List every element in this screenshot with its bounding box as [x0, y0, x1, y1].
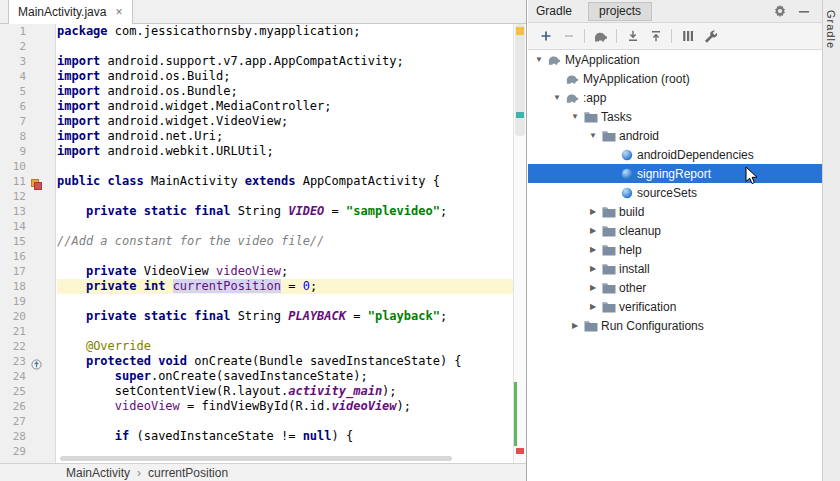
tree-item-cleanup[interactable]: ▶cleanup — [528, 221, 822, 240]
code-line[interactable]: private VideoView videoView; — [57, 264, 513, 279]
collapsed-arrow-icon[interactable]: ▶ — [586, 207, 600, 216]
code-line[interactable] — [57, 324, 513, 339]
code-line[interactable]: setContentView(R.layout.activity_main); — [57, 384, 513, 399]
tree-item-install[interactable]: ▶install — [528, 259, 822, 278]
code-line[interactable]: protected void onCreate(Bundle savedInst… — [57, 354, 513, 369]
tree-item-tasks[interactable]: ▼Tasks — [528, 107, 822, 126]
gear-icon[interactable] — [770, 2, 790, 20]
task-icon — [618, 187, 635, 199]
collapsed-arrow-icon[interactable]: ▶ — [586, 226, 600, 235]
tree-item-app[interactable]: ▼:app — [528, 88, 822, 107]
expanded-arrow-icon[interactable]: ▼ — [586, 131, 600, 140]
class-marker-icon[interactable] — [31, 176, 42, 187]
collapsed-arrow-icon[interactable]: ▶ — [586, 264, 600, 273]
breadcrumb-item-member[interactable]: currentPosition — [148, 466, 228, 480]
line-number: 3 — [0, 54, 26, 69]
tree-item-androiddependencies[interactable]: androidDependencies — [528, 145, 822, 164]
code-line[interactable] — [57, 219, 513, 234]
code-line[interactable]: private int currentPosition = 0; — [57, 279, 513, 294]
gutter-row: 20 — [0, 309, 55, 324]
tree-item-run-configurations[interactable]: ▶Run Configurations — [528, 316, 822, 335]
code-line[interactable] — [57, 189, 513, 204]
gradle-icon — [564, 92, 581, 104]
breadcrumb-item-class[interactable]: MainActivity — [66, 466, 130, 480]
wrench-icon[interactable] — [699, 26, 722, 47]
tree-item-android[interactable]: ▼android — [528, 126, 822, 145]
collapsed-arrow-icon[interactable]: ▶ — [568, 321, 582, 330]
code-line[interactable]: import android.webkit.URLUtil; — [57, 144, 513, 159]
minimize-icon[interactable] — [794, 2, 814, 20]
overriding-method-icon[interactable] — [31, 356, 42, 367]
collapsed-arrow-icon[interactable]: ▶ — [586, 245, 600, 254]
collapsed-arrow-icon[interactable]: ▶ — [586, 283, 600, 292]
code-line[interactable]: public class MainActivity extends AppCom… — [57, 174, 513, 189]
code-line[interactable] — [57, 39, 513, 54]
tree-item-label: sourceSets — [637, 186, 697, 200]
code-line[interactable]: import android.widget.MediaController; — [57, 99, 513, 114]
stripe-mark — [516, 27, 524, 35]
toolbar-separator — [616, 29, 617, 43]
folder-icon — [600, 263, 617, 275]
remove-icon[interactable] — [557, 26, 580, 47]
code-line[interactable] — [57, 414, 513, 429]
code-line[interactable]: import android.net.Uri; — [57, 129, 513, 144]
tab-projects[interactable]: projects — [588, 2, 652, 21]
tree-item-myapplication[interactable]: ▼MyApplication — [528, 50, 822, 69]
code-line[interactable]: private static final String PLAYBACK = "… — [57, 309, 513, 324]
gutter-row: 19 — [0, 294, 55, 309]
code-line[interactable]: import android.widget.VideoView; — [57, 114, 513, 129]
tree-item-sourcesets[interactable]: sourceSets — [528, 183, 822, 202]
code-line[interactable]: videoView = findViewById(R.id.videoView)… — [57, 399, 513, 414]
close-icon[interactable]: × — [115, 6, 122, 18]
editor-pane: MainActivity.java × 12345678910111213141… — [0, 0, 527, 481]
gradle-side-tab[interactable]: Gradle — [825, 10, 837, 49]
line-number: 29 — [0, 444, 26, 459]
tree-item-label: cleanup — [619, 224, 661, 238]
line-number: 16 — [0, 249, 26, 264]
folder-icon — [600, 244, 617, 256]
error-stripe-scrollbar[interactable] — [513, 24, 526, 463]
folder-icon — [600, 206, 617, 218]
expand-all-icon[interactable] — [621, 26, 644, 47]
code-line[interactable]: //Add a constant for the video file// — [57, 234, 513, 249]
code-lines[interactable]: package com.jessicathornsby.myapplicatio… — [57, 24, 513, 463]
tree-item-build[interactable]: ▶build — [528, 202, 822, 221]
code-line[interactable]: private static final String VIDEO = "sam… — [57, 204, 513, 219]
tree-item-other[interactable]: ▶other — [528, 278, 822, 297]
code-line[interactable]: @Override — [57, 339, 513, 354]
expanded-arrow-icon[interactable]: ▼ — [550, 93, 564, 102]
line-number: 7 — [0, 114, 26, 129]
tab-mainactivity-java[interactable]: MainActivity.java × — [8, 0, 133, 24]
tree-item-help[interactable]: ▶help — [528, 240, 822, 259]
tree-item-verification[interactable]: ▶verification — [528, 297, 822, 316]
vertical-scrollbar-thumb[interactable] — [515, 24, 525, 136]
tree-item-label: build — [619, 205, 644, 219]
gradle-refresh-icon[interactable] — [589, 26, 612, 47]
code-line[interactable] — [57, 444, 513, 459]
gutter-row: 9 — [0, 144, 55, 159]
code-line[interactable]: import android.os.Build; — [57, 69, 513, 84]
code-line[interactable]: import android.os.Bundle; — [57, 84, 513, 99]
line-number: 6 — [0, 99, 26, 114]
gutter-row: 4 — [0, 69, 55, 84]
code-line[interactable]: super.onCreate(savedInstanceState); — [57, 369, 513, 384]
code-line[interactable] — [57, 294, 513, 309]
gutter-row: 23 — [0, 354, 55, 369]
code-line[interactable]: if (savedInstanceState != null) { — [57, 429, 513, 444]
toggle-columns-icon[interactable] — [676, 26, 699, 47]
code-line[interactable] — [57, 249, 513, 264]
add-icon[interactable] — [534, 26, 557, 47]
expanded-arrow-icon[interactable]: ▼ — [532, 55, 546, 64]
expanded-arrow-icon[interactable]: ▼ — [568, 112, 582, 121]
code-line[interactable]: package com.jessicathornsby.myapplicatio… — [57, 24, 513, 39]
gradle-tool-window: Gradle projects ▼MyApplicationMyApplicat… — [528, 0, 822, 481]
collapse-all-icon[interactable] — [644, 26, 667, 47]
code-line[interactable]: import android.support.v7.app.AppCompatA… — [57, 54, 513, 69]
tree-item-signingreport[interactable]: signingReport — [528, 164, 822, 183]
code-line[interactable] — [57, 159, 513, 174]
tab-label: MainActivity.java — [18, 5, 106, 19]
gutter-row: 6 — [0, 99, 55, 114]
collapsed-arrow-icon[interactable]: ▶ — [586, 302, 600, 311]
tree-item-myapplication-root[interactable]: MyApplication (root) — [528, 69, 822, 88]
tree-item-label: Run Configurations — [601, 319, 704, 333]
